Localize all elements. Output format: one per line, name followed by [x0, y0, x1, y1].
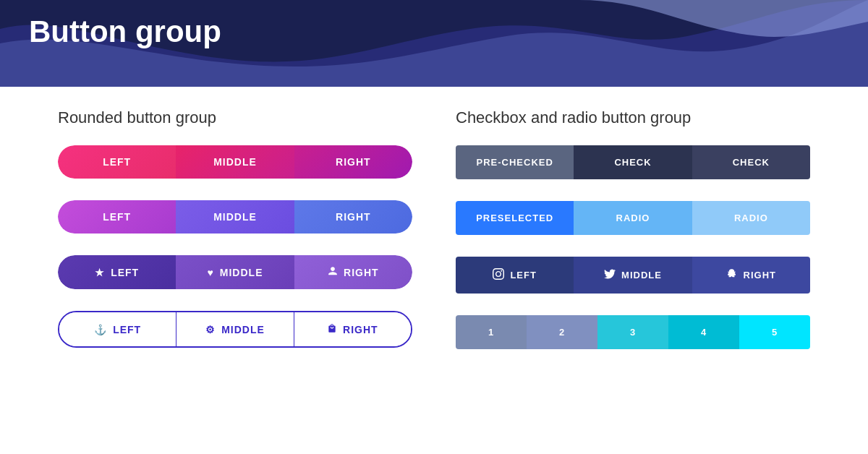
right-section-title: Checkbox and radio button group	[456, 108, 810, 127]
checkbox-group: PRE-CHECKED CHECK CHECK	[456, 145, 810, 179]
header: Button group	[0, 0, 868, 87]
instagram-icon	[493, 268, 504, 282]
preselected-button[interactable]: PRESELECTED	[456, 201, 574, 235]
row2-left-button[interactable]: LEFT	[58, 200, 176, 234]
row2-right-button[interactable]: RIGHT	[294, 200, 412, 234]
check2-button[interactable]: CHECK	[692, 145, 810, 179]
social-left-label: LEFT	[510, 270, 537, 280]
num2-button[interactable]: 2	[527, 315, 597, 349]
page-title: Button group	[29, 14, 221, 49]
right-column: Checkbox and radio button group PRE-CHEC…	[456, 108, 810, 371]
rounded-group-4: ⚓ LEFT ⚙ MIDDLE RIGHT	[58, 311, 412, 348]
row1-middle-button[interactable]: MIDDLE	[176, 145, 294, 179]
left-section-title: Rounded button group	[58, 108, 412, 127]
num5-button[interactable]: 5	[739, 315, 810, 349]
prechecked-button[interactable]: PRE-CHECKED	[456, 145, 574, 179]
num4-button[interactable]: 4	[668, 315, 739, 349]
row4-right-button[interactable]: RIGHT	[294, 312, 411, 346]
num1-button[interactable]: 1	[456, 315, 527, 349]
row3-right-label: RIGHT	[344, 267, 379, 278]
user-icon	[328, 266, 338, 278]
twitter-icon	[604, 268, 616, 282]
check1-button[interactable]: CHECK	[574, 145, 692, 179]
rounded-group-2: LEFT MIDDLE RIGHT	[58, 200, 412, 234]
row4-left-button[interactable]: ⚓ LEFT	[59, 312, 176, 346]
row3-left-label: LEFT	[111, 267, 139, 278]
star-icon: ★	[95, 267, 105, 278]
left-column: Rounded button group LEFT MIDDLE RIGHT L…	[58, 108, 412, 371]
number-group: 1 2 3 4 5	[456, 315, 810, 349]
social-right-button[interactable]: RIGHT	[692, 257, 810, 294]
social-middle-label: MIDDLE	[621, 270, 662, 280]
rounded-group-1: LEFT MIDDLE RIGHT	[58, 145, 412, 179]
row3-right-button[interactable]: RIGHT	[294, 255, 412, 289]
row3-middle-button[interactable]: ♥ MIDDLE	[176, 255, 294, 289]
radio-group: PRESELECTED RADIO RADIO	[456, 201, 810, 235]
row3-left-button[interactable]: ★ LEFT	[58, 255, 176, 289]
row1-left-button[interactable]: LEFT	[58, 145, 176, 179]
radio1-button[interactable]: RADIO	[574, 201, 692, 235]
heart-icon: ♥	[208, 267, 214, 278]
social-left-button[interactable]: LEFT	[456, 257, 574, 294]
row4-right-label: RIGHT	[343, 324, 378, 335]
bag-icon	[327, 323, 337, 335]
social-middle-button[interactable]: MIDDLE	[574, 257, 692, 294]
gear-icon: ⚙	[205, 324, 216, 335]
row3-middle-label: MIDDLE	[220, 267, 263, 278]
row1-right-button[interactable]: RIGHT	[294, 145, 412, 179]
snapchat-icon	[726, 268, 738, 282]
social-right-label: RIGHT	[744, 270, 776, 280]
main-content: Rounded button group LEFT MIDDLE RIGHT L…	[0, 87, 868, 393]
row4-middle-label: MIDDLE	[221, 324, 265, 335]
rounded-group-3: ★ LEFT ♥ MIDDLE RIGHT	[58, 255, 412, 289]
anchor-icon: ⚓	[94, 324, 107, 335]
row2-middle-button[interactable]: MIDDLE	[176, 200, 294, 234]
row4-left-label: LEFT	[113, 324, 141, 335]
row4-middle-button[interactable]: ⚙ MIDDLE	[176, 312, 294, 346]
social-group: LEFT MIDDLE RIGHT	[456, 257, 810, 294]
radio2-button[interactable]: RADIO	[692, 201, 810, 235]
num3-button[interactable]: 3	[597, 315, 668, 349]
